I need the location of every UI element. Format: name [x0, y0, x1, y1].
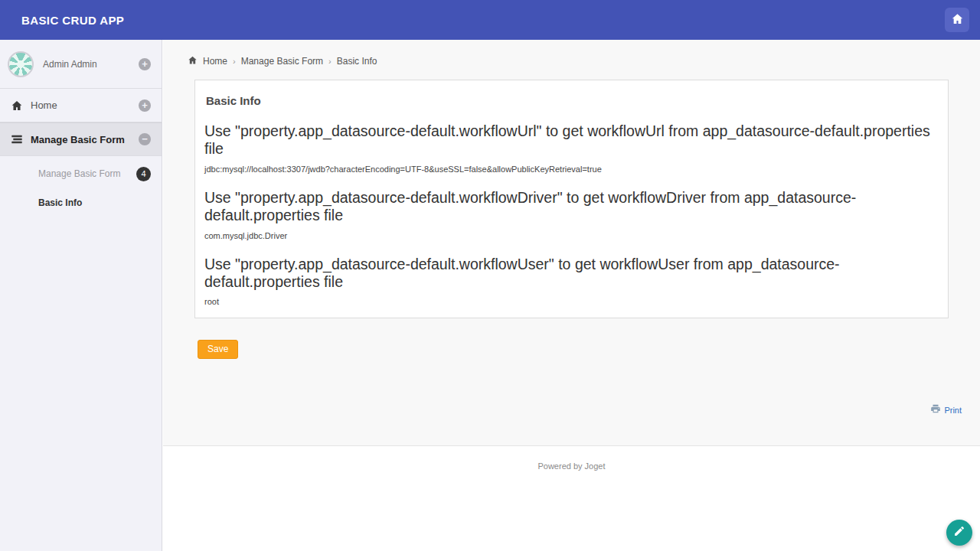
property-label: Use "property.app_datasource-default.wor…: [204, 189, 939, 225]
save-button[interactable]: Save: [198, 340, 238, 359]
breadcrumb-separator: ›: [233, 57, 236, 66]
property-label: Use "property.app_datasource-default.wor…: [204, 256, 939, 292]
printer-icon: [930, 403, 941, 417]
property-block-workflow-driver: Use "property.app_datasource-default.wor…: [204, 189, 939, 240]
footer-text: Powered by Joget: [537, 461, 605, 471]
home-icon: [951, 12, 964, 28]
sidebar-item-manage-basic-form[interactable]: Manage Basic Form −: [0, 122, 162, 156]
basic-info-card: Basic Info Use "property.app_datasource-…: [194, 80, 949, 318]
edit-fab-button[interactable]: [946, 520, 972, 546]
user-name: Admin Admin: [43, 59, 139, 70]
app-header: BASIC CRUD APP: [0, 0, 980, 40]
app-title: BASIC CRUD APP: [21, 14, 124, 27]
user-block: Admin Admin +: [0, 40, 162, 89]
property-label: Use "property.app_datasource-default.wor…: [204, 122, 939, 158]
home-icon: [188, 55, 198, 67]
stream-icon: [11, 133, 23, 145]
card-title: Basic Info: [206, 94, 939, 107]
main-content: Home › Manage Basic Form › Basic Info Ba…: [163, 40, 980, 551]
home-icon: [11, 99, 23, 112]
breadcrumb: Home › Manage Basic Form › Basic Info: [163, 40, 980, 67]
breadcrumb-basic-info[interactable]: Basic Info: [337, 56, 377, 67]
property-value: com.mysql.jdbc.Driver: [204, 231, 939, 240]
property-block-workflow-user: Use "property.app_datasource-default.wor…: [204, 256, 939, 307]
property-value: jdbc:mysql://localhost:3307/jwdb?charact…: [204, 165, 939, 174]
sidebar-subitem-label: Basic Info: [38, 197, 151, 208]
pencil-icon: [953, 525, 965, 540]
collapse-icon[interactable]: −: [139, 133, 151, 145]
sidebar-subitem-manage-basic-form[interactable]: Manage Basic Form 4: [0, 162, 162, 185]
sidebar-subitem-label: Manage Basic Form: [38, 168, 136, 179]
sidebar: Admin Admin + Home + Manage Basic Form −…: [0, 40, 162, 551]
breadcrumb-manage-basic-form[interactable]: Manage Basic Form: [241, 56, 323, 67]
print-link[interactable]: Print: [944, 406, 962, 415]
breadcrumb-home[interactable]: Home: [203, 56, 227, 67]
home-button[interactable]: [945, 8, 969, 32]
sidebar-item-label: Home: [31, 99, 139, 111]
property-value: root: [204, 297, 939, 306]
sidebar-subitem-basic-info[interactable]: Basic Info: [0, 191, 162, 214]
user-expand-icon[interactable]: +: [139, 58, 151, 70]
avatar: [8, 51, 34, 77]
content-area: Home › Manage Basic Form › Basic Info Ba…: [163, 40, 980, 446]
property-block-workflow-url: Use "property.app_datasource-default.wor…: [204, 122, 939, 174]
expand-icon[interactable]: +: [139, 99, 151, 112]
sidebar-item-home[interactable]: Home +: [0, 89, 162, 122]
print-row: Print: [163, 403, 980, 417]
sidebar-item-label: Manage Basic Form: [31, 134, 139, 145]
count-badge: 4: [136, 167, 151, 181]
footer: Powered by Joget: [163, 446, 980, 472]
breadcrumb-separator: ›: [328, 57, 332, 66]
